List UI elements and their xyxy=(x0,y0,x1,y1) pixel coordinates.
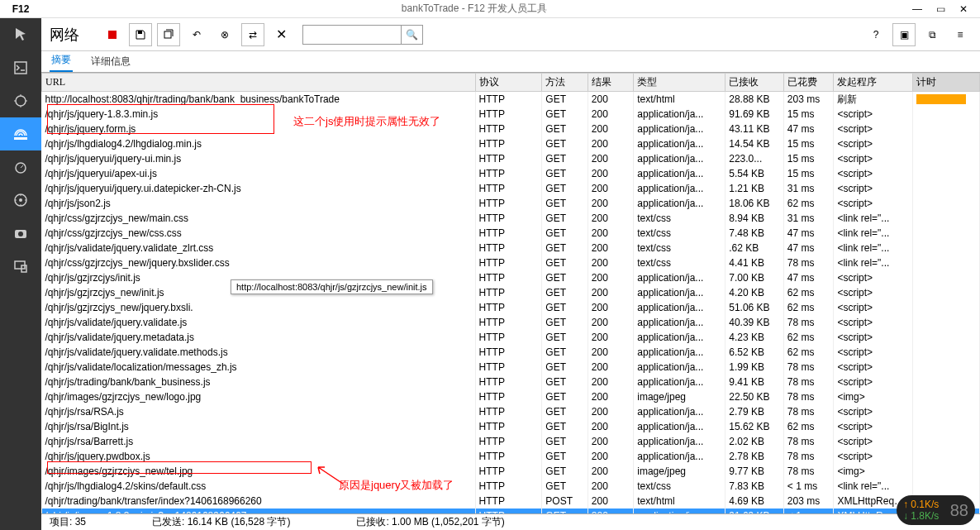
col-result[interactable]: 结果 xyxy=(588,74,633,92)
table-row[interactable]: /qhjr/js/jqueryui/apex-ui.jsHTTPGET200ap… xyxy=(42,166,980,181)
performance-tool-icon[interactable] xyxy=(0,150,41,184)
save-button[interactable] xyxy=(129,23,152,46)
table-row[interactable]: /qhjr/js/validate/jquery.metadata.jsHTTP… xyxy=(42,330,980,345)
tool-sidebar xyxy=(0,18,41,530)
export-button[interactable] xyxy=(157,23,180,46)
network-tool-icon[interactable] xyxy=(0,117,41,150)
svg-point-6 xyxy=(18,232,23,236)
table-row[interactable]: /qhjr/js/jquery-1.8.3.min.jsHTTPGET200ap… xyxy=(42,107,980,122)
status-items: 项目: 35 xyxy=(50,515,86,529)
status-sent: 已发送: 16.14 KB (16,528 字节) xyxy=(152,515,290,529)
stop-button[interactable]: ✕ xyxy=(269,23,293,46)
svg-rect-9 xyxy=(138,31,142,34)
network-toolbar: 网络 ↶ ⊗ ⇄ ✕ 🔍 ? ▣ ⧉ ≡ xyxy=(41,18,980,51)
debugger-tool-icon[interactable] xyxy=(0,84,41,117)
table-row[interactable]: /qhjr/js/validate/jquery.validate_zlrt.c… xyxy=(42,241,980,255)
clear-cache-button[interactable]: ⊗ xyxy=(213,23,236,46)
sub-tabs: 摘要 详细信息 xyxy=(41,51,980,73)
col-init[interactable]: 发起程序 xyxy=(834,74,913,92)
col-type[interactable]: 类型 xyxy=(634,74,725,92)
record-button[interactable] xyxy=(101,23,124,46)
table-row[interactable]: /qhjr/js/lhgdialog4.2/skins/default.cssH… xyxy=(42,479,980,494)
table-row[interactable]: /qhjr/trading/bank/transfer/index?140616… xyxy=(42,494,980,509)
table-row[interactable]: /qhjr/js/rsa/BigInt.jsHTTPGET200applicat… xyxy=(42,419,980,434)
col-method[interactable]: 方法 xyxy=(542,74,588,92)
link-button[interactable]: ⧉ xyxy=(921,23,944,46)
maximize-button[interactable]: ▭ xyxy=(930,2,950,17)
table-row[interactable]: /qhjr/js/validate/jquery.validate.method… xyxy=(42,345,980,360)
col-time[interactable]: 已花费 xyxy=(783,74,834,92)
window-title: bankToTrade - F12 开发人员工具 xyxy=(41,2,907,16)
clear-session-button[interactable]: ↶ xyxy=(185,23,208,46)
memory-tool-icon[interactable] xyxy=(0,184,41,217)
table-row[interactable]: /qhjr/js/trading/bank/bank_business.jsHT… xyxy=(42,375,980,389)
table-row[interactable]: /qhjr/css/gzjrzcjys_new/jquery.bxslider.… xyxy=(42,255,980,270)
col-proto[interactable]: 协议 xyxy=(475,74,542,92)
tab-detail[interactable]: 详细信息 xyxy=(89,51,132,72)
table-row[interactable]: /qhjr/js/jquery.form.jsHTTPGET200applica… xyxy=(42,122,980,136)
f12-label: F12 xyxy=(0,3,41,15)
tab-summary[interactable]: 摘要 xyxy=(50,50,73,72)
status-recv: 已接收: 1.00 MB (1,052,201 字节) xyxy=(356,515,504,529)
panel-title: 网络 xyxy=(50,25,79,45)
svg-point-4 xyxy=(19,198,22,202)
close-button[interactable]: ✕ xyxy=(954,2,973,17)
col-url[interactable]: URL xyxy=(42,74,476,92)
minimize-button[interactable]: — xyxy=(907,2,927,17)
svg-rect-10 xyxy=(164,31,171,38)
table-row[interactable]: /qhjr/js/validate/jquery.validate.jsHTTP… xyxy=(42,315,980,330)
undock-button[interactable]: ▣ xyxy=(892,23,916,46)
svg-rect-1 xyxy=(14,137,27,140)
col-recv[interactable]: 已接收 xyxy=(725,74,784,92)
table-row[interactable]: /qhjr/js/gzjrzcjys_new/jquery.bxsli.HTTP… xyxy=(42,300,980,315)
table-row[interactable]: /qhjr/images/gzjrzcjys_new/logo.jpgHTTPG… xyxy=(42,389,980,404)
table-row[interactable]: /qhjr/css/gzjrzcjys_new/main.cssHTTPGET2… xyxy=(42,211,980,226)
emulation-tool-icon[interactable] xyxy=(0,250,41,283)
settings-icon[interactable]: ≡ xyxy=(949,23,972,46)
table-row[interactable]: /qhjr/js/jquery.pwdbox.jsHTTPGET200appli… xyxy=(42,449,980,464)
table-row[interactable]: /qhjr/js/jqueryui/jquery-ui.min.jsHTTPGE… xyxy=(42,151,980,166)
table-row[interactable]: /qhjr/js/jqueryui/jquery.ui.datepicker-z… xyxy=(42,181,980,196)
table-row[interactable]: /qhjr/js/lhgdialog4.2/lhgdialog.min.jsHT… xyxy=(42,136,980,151)
table-row[interactable]: /qhjr/images/gzjrzcjys_new/tel.jpgHTTPGE… xyxy=(42,464,980,479)
table-row[interactable]: /qhjr/js/rsa/Barrett.jsHTTPGET200applica… xyxy=(42,434,980,449)
table-row[interactable]: /qhjr/css/gzjrzcjys_new/css.cssHTTPGET20… xyxy=(42,226,980,241)
camera-tool-icon[interactable] xyxy=(0,217,41,250)
col-timeline[interactable]: 计时 xyxy=(913,74,980,92)
search-input[interactable] xyxy=(302,25,402,45)
search-button[interactable]: 🔍 xyxy=(402,25,423,45)
request-grid[interactable]: URL 协议 方法 结果 类型 已接收 已花费 发起程序 计时 http://l… xyxy=(41,73,980,513)
table-row[interactable]: /qhjr/js/validate/localization/messages_… xyxy=(42,360,980,375)
speed-widget[interactable]: ↑ 0.1K/s ↓ 1.8K/s 88 xyxy=(897,495,975,525)
pointer-tool-icon[interactable] xyxy=(0,18,41,51)
console-tool-icon[interactable] xyxy=(0,51,41,84)
table-row[interactable]: /qhjr/js/gzjrzcjys_new/init.jsHTTPGET200… xyxy=(42,285,980,300)
table-row[interactable]: /qhjr/js/gzjrzcjys/init.jsHTTPGET200appl… xyxy=(42,270,980,285)
table-row[interactable]: /qhjr/js/json2.jsHTTPGET200application/j… xyxy=(42,196,980,211)
status-bar: 项目: 35 已发送: 16.14 KB (16,528 字节) 已接收: 1.… xyxy=(41,513,980,530)
svg-point-0 xyxy=(16,96,26,106)
url-tooltip: http://localhost:8083/qhjr/js/gzjrzcjys_… xyxy=(231,279,433,294)
table-row[interactable]: http://localhost:8083/qhjr/trading/bank/… xyxy=(42,92,980,107)
filter-button[interactable]: ⇄ xyxy=(241,23,264,46)
help-button[interactable]: ? xyxy=(864,23,887,46)
table-row[interactable]: /qhjr/js/rsa/RSA.jsHTTPGET200application… xyxy=(42,404,980,419)
